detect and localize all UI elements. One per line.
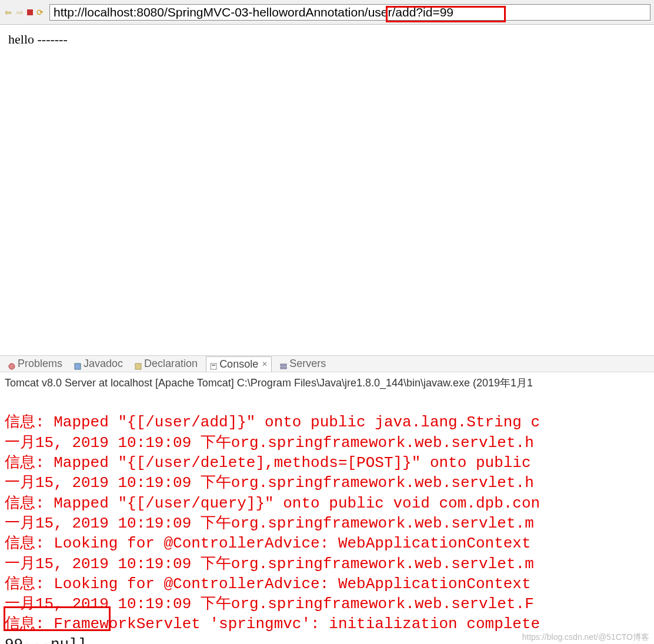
javadoc-icon <box>74 361 81 368</box>
tab-label: Declaration <box>144 358 198 370</box>
console-line: 一月15, 2019 10:19:09 下午org.springframewor… <box>5 434 534 452</box>
refresh-icon[interactable]: ⟳ <box>35 8 45 17</box>
servers-icon <box>280 361 287 368</box>
console-header: Tomcat v8.0 Server at localhost [Apache … <box>0 372 654 392</box>
tab-label: Servers <box>289 358 326 370</box>
url-bar[interactable]: http://localhost:8080/SpringMVC-03-hello… <box>49 4 650 21</box>
back-icon[interactable]: ⇦ <box>4 8 13 17</box>
tab-servers[interactable]: Servers <box>276 356 329 371</box>
svg-rect-5 <box>281 364 286 366</box>
svg-rect-4 <box>212 365 215 366</box>
console-icon <box>210 361 217 368</box>
bottom-tabs: Problems Javadoc Declaration Console ✕ S… <box>0 356 654 372</box>
page-content: hello ------- <box>0 25 654 356</box>
svg-rect-3 <box>211 363 216 369</box>
svg-rect-1 <box>75 363 81 369</box>
console-line: 一月15, 2019 10:19:09 下午org.springframewor… <box>5 555 534 573</box>
console-line: 信息: Mapped "{[/user/add]}" onto public j… <box>5 413 540 431</box>
tab-label: Problems <box>18 358 62 370</box>
forward-icon[interactable]: ⇨ <box>15 8 25 17</box>
url-text: http://localhost:8080/SpringMVC-03-hello… <box>54 5 453 19</box>
page-text: hello ------- <box>8 32 68 46</box>
console-line: 信息: Looking for @ControllerAdvice: WebAp… <box>5 575 540 593</box>
tab-label: Javadoc <box>84 358 123 370</box>
declaration-icon <box>135 361 142 368</box>
tab-javadoc[interactable]: Javadoc <box>71 356 126 371</box>
annotation-output-box <box>4 606 111 631</box>
svg-rect-2 <box>135 363 141 369</box>
browser-toolbar: ⇦ ⇨ ⟳ http://localhost:8080/SpringMVC-03… <box>0 0 654 25</box>
console-line: 一月15, 2019 10:19:09 下午org.springframewor… <box>5 515 534 532</box>
close-icon[interactable]: ✕ <box>262 360 268 368</box>
svg-point-0 <box>9 363 15 369</box>
tab-label: Console <box>219 358 258 371</box>
tab-declaration[interactable]: Declaration <box>131 356 201 371</box>
stop-icon[interactable] <box>27 9 33 15</box>
console-line: 信息: Mapped "{[/user/query]}" onto public… <box>5 495 540 512</box>
svg-rect-6 <box>281 367 286 369</box>
tab-problems[interactable]: Problems <box>5 356 66 371</box>
console-line: 信息: Mapped "{[/user/delete],methods=[POS… <box>5 454 540 472</box>
console-line: 一月15, 2019 10:19:09 下午org.springframewor… <box>5 474 534 492</box>
console-line: 信息: Looking for @ControllerAdvice: WebAp… <box>5 535 540 552</box>
watermark: https://blog.csdn.net/@51CTO博客 <box>522 632 649 643</box>
tab-console[interactable]: Console ✕ <box>206 356 272 372</box>
problems-icon <box>8 361 15 368</box>
console-stdout: 99---null <box>5 636 87 644</box>
